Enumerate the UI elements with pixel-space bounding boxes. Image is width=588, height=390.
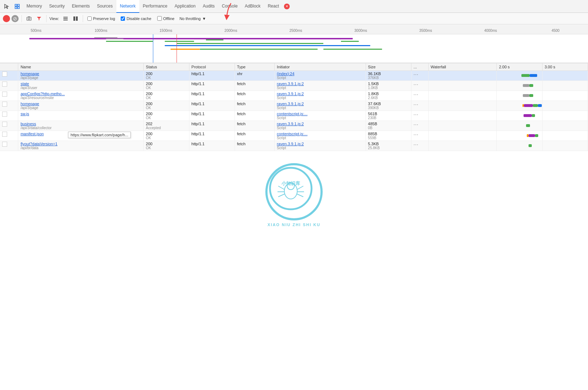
tab-application[interactable]: Application [171, 0, 199, 13]
disable-cache-group[interactable]: Disable cache [121, 16, 151, 21]
row-initiator-link[interactable]: raven.3.9.1.js:2 [277, 142, 363, 146]
row-initiator-link[interactable]: raven.3.9.1.js:2 [277, 82, 363, 86]
row-name-link[interactable]: appConfigs?http-metho... [20, 92, 141, 96]
row-initiator-link[interactable]: contentscript.js:... [277, 132, 363, 136]
row-checkbox[interactable] [2, 132, 7, 137]
col-header-dots[interactable]: ... [411, 63, 428, 71]
waterfall-segment [526, 124, 530, 127]
row-more-button[interactable]: ··· [414, 82, 419, 87]
row-initiator-link[interactable]: (index):24 [277, 72, 363, 76]
network-table-wrapper[interactable]: Name Status Protocol Type Initiator Size… [0, 63, 588, 151]
preserve-log-checkbox[interactable] [87, 16, 92, 21]
waterfall-segment [527, 134, 529, 137]
filter-icon[interactable] [35, 14, 43, 23]
preserve-log-group[interactable]: Preserve log [87, 16, 115, 21]
row-name-link[interactable]: manifest.json [20, 132, 141, 136]
row-dots-cell[interactable]: ··· [411, 101, 428, 111]
table-row[interactable]: sw.js200OKhttp/1.1fetchcontentscript.js:… [0, 111, 588, 121]
col-header-protocol[interactable]: Protocol [189, 63, 235, 71]
tab-network[interactable]: Network [116, 0, 139, 13]
row-checkbox-cell[interactable] [0, 71, 18, 81]
table-row[interactable]: flyout?dataVersion=1/api/br/data200OKhtt… [0, 141, 588, 151]
tab-elements[interactable]: Elements [68, 0, 93, 13]
row-checkbox-cell[interactable] [0, 111, 18, 121]
row-checkbox[interactable] [2, 112, 7, 117]
tab-react[interactable]: React [264, 0, 283, 13]
col-header-2s[interactable]: 2.00 s [497, 63, 542, 71]
row-dots-cell[interactable]: ··· [411, 131, 428, 141]
row-more-button[interactable]: ··· [414, 142, 419, 147]
col-header-waterfall[interactable]: Waterfall [428, 63, 497, 71]
row-more-button[interactable]: ··· [414, 112, 419, 117]
inspect-icon[interactable] [12, 1, 22, 11]
tab-performance[interactable]: Performance [139, 0, 171, 13]
row-dots-cell[interactable]: ··· [411, 91, 428, 101]
tab-sources[interactable]: Sources [93, 0, 116, 13]
row-checkbox[interactable] [2, 72, 7, 77]
row-initiator-link[interactable]: raven.3.9.1.js:2 [277, 102, 363, 106]
throttle-group[interactable]: No throttling ▼ [179, 16, 206, 21]
col-header-check[interactable] [0, 63, 18, 71]
col-header-size[interactable]: Size [366, 63, 411, 71]
row-checkbox[interactable] [2, 82, 7, 87]
row-name-link[interactable]: flyout?dataVersion=1 [20, 142, 141, 146]
row-dots-cell[interactable]: ··· [411, 141, 428, 151]
col-header-3s[interactable]: 3.00 s [542, 63, 588, 71]
table-row[interactable]: manifest.json200OKhttp/1.1fetchcontentsc… [0, 131, 588, 141]
svg-rect-8 [63, 18, 68, 19]
row-size-cell: 1.8KB2.6KB [366, 91, 411, 101]
camera-icon[interactable] [25, 14, 33, 23]
view-list-button[interactable] [61, 14, 70, 23]
row-checkbox-cell[interactable] [0, 141, 18, 151]
row-more-button[interactable]: ··· [414, 72, 419, 77]
row-checkbox-cell[interactable] [0, 91, 18, 101]
clear-button[interactable]: ⊘ [11, 15, 19, 22]
row-initiator-link[interactable]: raven.3.9.1.js:2 [277, 92, 363, 96]
offline-group[interactable]: Offline [157, 16, 175, 21]
record-button[interactable] [3, 15, 10, 22]
col-header-status[interactable]: Status [144, 63, 189, 71]
tab-memory[interactable]: Memory [23, 0, 45, 13]
table-row[interactable]: business/api/3/data/collector202Accepted… [0, 121, 588, 131]
row-initiator-link[interactable]: raven.3.9.1.js:2 [277, 122, 363, 126]
tab-adblock[interactable]: AdBlock [241, 0, 264, 13]
row-checkbox-cell[interactable] [0, 81, 18, 91]
table-row[interactable]: homepage/api/3/page200OKhttp/1.1fetchrav… [0, 101, 588, 111]
col-header-name[interactable]: Name [18, 63, 144, 71]
tab-console[interactable]: Console [218, 0, 241, 13]
row-name-link[interactable]: homepage [20, 102, 141, 106]
row-dots-cell[interactable]: ··· [411, 71, 428, 81]
row-dots-cell[interactable]: ··· [411, 121, 428, 131]
close-tab-button[interactable]: ✕ [284, 4, 290, 9]
row-more-button[interactable]: ··· [414, 102, 419, 107]
waterfall-segment [532, 114, 535, 117]
row-more-button[interactable]: ··· [414, 132, 419, 137]
cursor-icon[interactable] [1, 1, 11, 11]
col-header-type[interactable]: Type [235, 63, 274, 71]
row-checkbox[interactable] [2, 92, 7, 97]
row-name-link[interactable]: sw.js [20, 112, 141, 116]
row-initiator-link[interactable]: contentscript.js:... [277, 112, 363, 116]
tab-security[interactable]: Security [45, 0, 68, 13]
row-more-button[interactable]: ··· [414, 122, 419, 127]
table-row[interactable]: homepage/api/3/page200OKhttp/1.1xhr(inde… [0, 71, 588, 81]
row-checkbox[interactable] [2, 102, 7, 107]
row-checkbox-cell[interactable] [0, 131, 18, 141]
row-checkbox[interactable] [2, 142, 7, 147]
col-header-initiator[interactable]: Initiator [275, 63, 366, 71]
row-dots-cell[interactable]: ··· [411, 81, 428, 91]
view-detail-button[interactable] [71, 14, 80, 23]
row-dots-cell[interactable]: ··· [411, 111, 428, 121]
disable-cache-checkbox[interactable] [121, 16, 125, 21]
row-name-link[interactable]: homepage [20, 72, 141, 76]
row-checkbox-cell[interactable] [0, 101, 18, 111]
table-row[interactable]: state/api/3/user200OKhttp/1.1fetchraven.… [0, 81, 588, 91]
row-more-button[interactable]: ··· [414, 92, 419, 97]
table-row[interactable]: appConfigs?http-metho.../api/3/resource/… [0, 91, 588, 101]
row-checkbox[interactable] [2, 122, 7, 127]
row-name-link[interactable]: business [20, 122, 141, 126]
offline-checkbox[interactable] [157, 16, 162, 21]
row-checkbox-cell[interactable] [0, 121, 18, 131]
row-name-link[interactable]: state [20, 82, 141, 86]
tab-audits[interactable]: Audits [199, 0, 218, 13]
